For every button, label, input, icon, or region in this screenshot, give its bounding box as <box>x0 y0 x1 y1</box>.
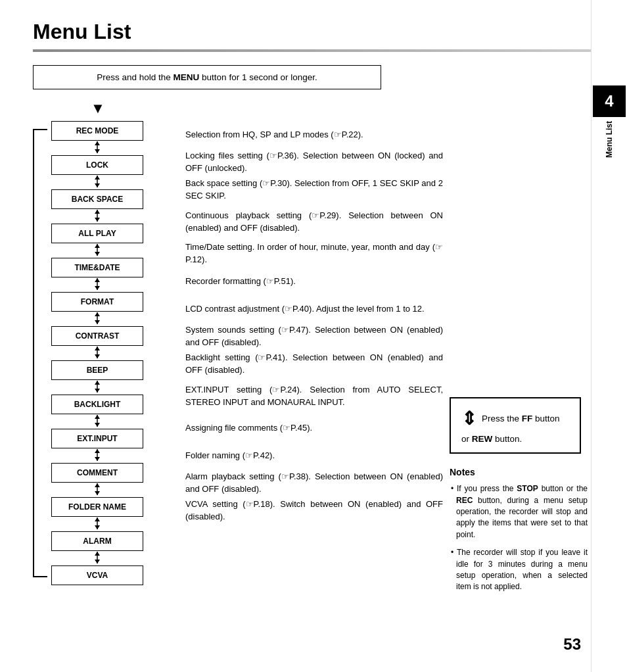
ff-rew-arrow-icon: ⇕ <box>461 408 476 429</box>
page-number: 53 <box>563 635 581 654</box>
svg-marker-34 <box>95 517 100 521</box>
menu-item-comment[interactable]: COMMENT <box>51 463 143 483</box>
down-arrow-large: ▼ <box>91 101 105 116</box>
svg-marker-35 <box>95 525 100 529</box>
ff-rew-text-before: Press the <box>482 414 522 423</box>
menu-item-time-date[interactable]: TIME&DATE <box>51 258 143 277</box>
ff-bold: FF <box>522 414 533 423</box>
svg-marker-20 <box>95 354 100 358</box>
menu-item-folder-name[interactable]: FOLDER NAME <box>51 497 143 517</box>
bracket-line <box>33 129 47 577</box>
menu-item-back-space[interactable]: BACK SPACE <box>51 189 143 209</box>
chain-arrow-9 <box>93 449 101 462</box>
svg-marker-26 <box>95 423 100 427</box>
menu-item-contrast[interactable]: CONTRAST <box>51 326 143 346</box>
menu-item-beep[interactable]: BEEP <box>51 360 143 380</box>
middle-section: Selection from HQ, SP and LP modes (☞P.2… <box>171 121 450 598</box>
left-section: REC MODE LOCK BACK SPACE ALL PLAY TIME&D… <box>33 121 171 598</box>
note-bullet-1: • If you press the STOP button or the RE… <box>450 483 588 540</box>
desc-back-space: Back space setting (☞P.30). Selection fr… <box>185 176 443 204</box>
svg-marker-13 <box>95 278 100 282</box>
chapter-sidebar: 4 Menu List <box>591 0 627 672</box>
svg-marker-29 <box>95 457 100 461</box>
svg-marker-5 <box>95 183 100 187</box>
chain-arrow-3 <box>93 244 101 257</box>
chain-arrow-11 <box>93 517 101 531</box>
note-bullet-2: • The recorder will stop if you leave it… <box>450 547 588 593</box>
menu-item-lock[interactable]: LOCK <box>51 155 143 175</box>
instruction-box: Press and hold the MENU button for 1 sec… <box>33 65 381 89</box>
chain-inner: REC MODE LOCK BACK SPACE ALL PLAY TIME&D… <box>51 121 143 585</box>
instruction-menu-bold: MENU <box>174 72 200 82</box>
chain-arrow-7 <box>93 381 101 394</box>
stop-bold: STOP <box>517 484 538 493</box>
chain-arrow-10 <box>93 483 101 496</box>
svg-marker-11 <box>95 252 100 256</box>
desc-time-date: Time/Date setting. In order of hour, min… <box>185 240 443 268</box>
menu-item-backlight[interactable]: BACKLIGHT <box>51 395 143 414</box>
svg-marker-2 <box>95 149 100 153</box>
svg-marker-7 <box>95 210 100 214</box>
chain-arrow-0 <box>93 141 101 155</box>
desc-alarm: Alarm playback setting (☞P.38). Selectio… <box>185 469 443 497</box>
ff-rew-box: ⇕Press the FF buttonor REW button. <box>450 397 581 454</box>
menu-item-all-play[interactable]: ALL PLAY <box>51 224 143 243</box>
svg-marker-10 <box>95 244 100 248</box>
menu-item-vcva[interactable]: VCVA <box>51 565 143 585</box>
svg-marker-32 <box>95 491 100 495</box>
instruction-text-after: button for 1 second or longer. <box>199 72 317 82</box>
desc-vcva: VCVA setting (☞P.18). Switch between ON … <box>185 497 443 525</box>
bracket-and-chain: REC MODE LOCK BACK SPACE ALL PLAY TIME&D… <box>33 121 171 585</box>
top-instruction-area: Press and hold the MENU button for 1 sec… <box>33 65 601 117</box>
ff-rew-text-after: button. <box>492 434 522 444</box>
desc-ext-input: EXT.INPUT setting (☞P.24). Selection fro… <box>185 378 443 414</box>
chain-arrow-6 <box>93 347 101 360</box>
svg-marker-22 <box>95 381 100 385</box>
desc-all-play: Continuous playback setting (☞P.29). Sel… <box>185 204 443 240</box>
desc-comment: Assigning file comments (☞P.45). <box>185 414 443 442</box>
chain-arrow-5 <box>93 312 101 325</box>
chain-arrow-12 <box>93 552 101 565</box>
desc-contrast: LCD contrast adjustment (☞P.40). Adjust … <box>185 295 443 323</box>
svg-marker-17 <box>95 320 100 324</box>
page-title: Menu List <box>33 20 601 44</box>
desc-rec-mode: Selection from HQ, SP and LP modes (☞P.2… <box>185 121 443 149</box>
chain-arrow-2 <box>93 210 101 223</box>
rec-bold: REC <box>456 496 473 505</box>
desc-folder-name: Folder naming (☞P.42). <box>185 442 443 469</box>
notes-section: Notes • If you press the STOP button or … <box>450 466 588 598</box>
chain-arrow-8 <box>93 415 101 428</box>
menu-item-ext-input[interactable]: EXT.INPUT <box>51 429 143 448</box>
desc-backlight: Backlight setting (☞P.41). Selection bet… <box>185 350 443 378</box>
chapter-label: Menu List <box>605 121 614 158</box>
svg-marker-8 <box>95 218 100 222</box>
menu-item-rec-mode[interactable]: REC MODE <box>51 121 143 141</box>
svg-marker-28 <box>95 449 100 453</box>
top-divider <box>33 49 601 52</box>
svg-marker-14 <box>95 286 100 290</box>
svg-marker-16 <box>95 312 100 316</box>
svg-marker-19 <box>95 347 100 350</box>
instruction-text-before: Press and hold the <box>97 72 173 82</box>
svg-marker-38 <box>95 560 100 564</box>
page-container: Menu List Press and hold the MENU button… <box>0 0 627 672</box>
svg-marker-23 <box>95 389 100 393</box>
desc-beep: System sounds setting (☞P.47). Selection… <box>185 323 443 350</box>
chain-arrow-4 <box>93 278 101 291</box>
svg-marker-37 <box>95 552 100 556</box>
svg-marker-1 <box>95 141 100 145</box>
chapter-number: 4 <box>593 85 626 117</box>
menu-item-alarm[interactable]: ALARM <box>51 531 143 551</box>
menu-item-format[interactable]: FORMAT <box>51 292 143 312</box>
rew-bold: REW <box>472 434 493 444</box>
svg-marker-25 <box>95 415 100 419</box>
content-wrapper: REC MODE LOCK BACK SPACE ALL PLAY TIME&D… <box>33 121 601 598</box>
notes-title: Notes <box>450 466 588 479</box>
right-section: ⇕Press the FF buttonor REW button. Notes… <box>450 121 601 598</box>
desc-lock: Locking files setting (☞P.36). Selection… <box>185 149 443 176</box>
svg-marker-31 <box>95 483 100 487</box>
desc-format: Recorder formatting (☞P.51). <box>185 268 443 295</box>
chain-arrow-1 <box>93 176 101 189</box>
svg-marker-4 <box>95 176 100 180</box>
